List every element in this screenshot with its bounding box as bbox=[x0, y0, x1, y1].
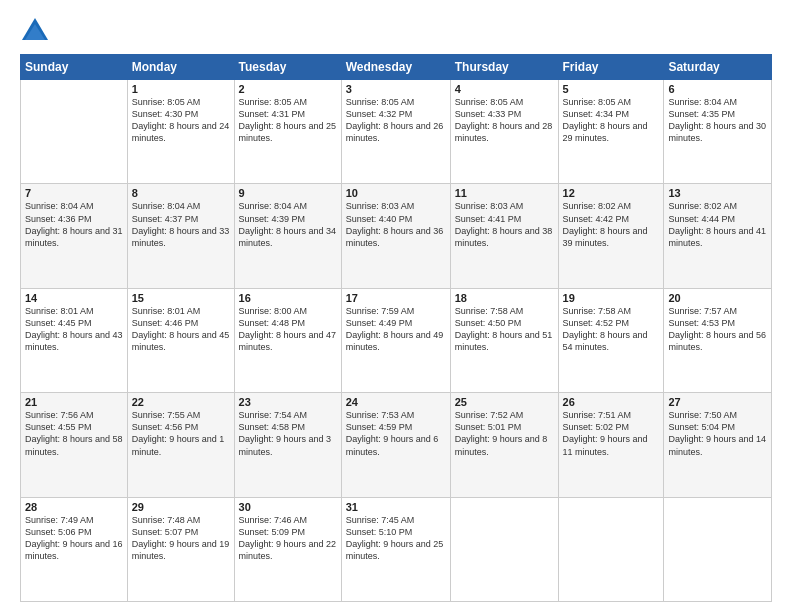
day-cell: 20Sunrise: 7:57 AM Sunset: 4:53 PM Dayli… bbox=[664, 288, 772, 392]
col-header-saturday: Saturday bbox=[664, 55, 772, 80]
week-row-4: 21Sunrise: 7:56 AM Sunset: 4:55 PM Dayli… bbox=[21, 393, 772, 497]
week-row-2: 7Sunrise: 8:04 AM Sunset: 4:36 PM Daylig… bbox=[21, 184, 772, 288]
day-number: 13 bbox=[668, 187, 767, 199]
day-cell: 15Sunrise: 8:01 AM Sunset: 4:46 PM Dayli… bbox=[127, 288, 234, 392]
day-number: 12 bbox=[563, 187, 660, 199]
day-info: Sunrise: 8:02 AM Sunset: 4:44 PM Dayligh… bbox=[668, 200, 767, 249]
day-info: Sunrise: 7:53 AM Sunset: 4:59 PM Dayligh… bbox=[346, 409, 446, 458]
day-number: 17 bbox=[346, 292, 446, 304]
day-cell: 8Sunrise: 8:04 AM Sunset: 4:37 PM Daylig… bbox=[127, 184, 234, 288]
day-number: 16 bbox=[239, 292, 337, 304]
day-cell: 18Sunrise: 7:58 AM Sunset: 4:50 PM Dayli… bbox=[450, 288, 558, 392]
day-cell: 31Sunrise: 7:45 AM Sunset: 5:10 PM Dayli… bbox=[341, 497, 450, 601]
day-info: Sunrise: 7:52 AM Sunset: 5:01 PM Dayligh… bbox=[455, 409, 554, 458]
day-number: 30 bbox=[239, 501, 337, 513]
day-info: Sunrise: 7:59 AM Sunset: 4:49 PM Dayligh… bbox=[346, 305, 446, 354]
col-header-thursday: Thursday bbox=[450, 55, 558, 80]
day-number: 11 bbox=[455, 187, 554, 199]
day-number: 1 bbox=[132, 83, 230, 95]
day-cell: 7Sunrise: 8:04 AM Sunset: 4:36 PM Daylig… bbox=[21, 184, 128, 288]
day-number: 6 bbox=[668, 83, 767, 95]
day-info: Sunrise: 8:05 AM Sunset: 4:31 PM Dayligh… bbox=[239, 96, 337, 145]
day-cell: 25Sunrise: 7:52 AM Sunset: 5:01 PM Dayli… bbox=[450, 393, 558, 497]
day-info: Sunrise: 7:48 AM Sunset: 5:07 PM Dayligh… bbox=[132, 514, 230, 563]
day-cell: 17Sunrise: 7:59 AM Sunset: 4:49 PM Dayli… bbox=[341, 288, 450, 392]
day-info: Sunrise: 7:46 AM Sunset: 5:09 PM Dayligh… bbox=[239, 514, 337, 563]
day-number: 4 bbox=[455, 83, 554, 95]
day-cell: 26Sunrise: 7:51 AM Sunset: 5:02 PM Dayli… bbox=[558, 393, 664, 497]
day-number: 2 bbox=[239, 83, 337, 95]
day-info: Sunrise: 7:58 AM Sunset: 4:52 PM Dayligh… bbox=[563, 305, 660, 354]
day-cell: 5Sunrise: 8:05 AM Sunset: 4:34 PM Daylig… bbox=[558, 80, 664, 184]
day-number: 10 bbox=[346, 187, 446, 199]
day-number: 8 bbox=[132, 187, 230, 199]
page: SundayMondayTuesdayWednesdayThursdayFrid… bbox=[0, 0, 792, 612]
col-header-sunday: Sunday bbox=[21, 55, 128, 80]
day-number: 7 bbox=[25, 187, 123, 199]
day-info: Sunrise: 7:54 AM Sunset: 4:58 PM Dayligh… bbox=[239, 409, 337, 458]
week-row-1: 1Sunrise: 8:05 AM Sunset: 4:30 PM Daylig… bbox=[21, 80, 772, 184]
day-info: Sunrise: 8:05 AM Sunset: 4:34 PM Dayligh… bbox=[563, 96, 660, 145]
day-number: 15 bbox=[132, 292, 230, 304]
day-info: Sunrise: 7:56 AM Sunset: 4:55 PM Dayligh… bbox=[25, 409, 123, 458]
day-info: Sunrise: 8:05 AM Sunset: 4:32 PM Dayligh… bbox=[346, 96, 446, 145]
day-number: 31 bbox=[346, 501, 446, 513]
day-info: Sunrise: 7:50 AM Sunset: 5:04 PM Dayligh… bbox=[668, 409, 767, 458]
col-header-monday: Monday bbox=[127, 55, 234, 80]
day-number: 27 bbox=[668, 396, 767, 408]
day-cell: 4Sunrise: 8:05 AM Sunset: 4:33 PM Daylig… bbox=[450, 80, 558, 184]
day-number: 3 bbox=[346, 83, 446, 95]
day-number: 22 bbox=[132, 396, 230, 408]
day-number: 18 bbox=[455, 292, 554, 304]
day-info: Sunrise: 8:04 AM Sunset: 4:35 PM Dayligh… bbox=[668, 96, 767, 145]
day-info: Sunrise: 8:01 AM Sunset: 4:46 PM Dayligh… bbox=[132, 305, 230, 354]
day-info: Sunrise: 8:01 AM Sunset: 4:45 PM Dayligh… bbox=[25, 305, 123, 354]
day-number: 14 bbox=[25, 292, 123, 304]
day-cell: 24Sunrise: 7:53 AM Sunset: 4:59 PM Dayli… bbox=[341, 393, 450, 497]
day-cell: 6Sunrise: 8:04 AM Sunset: 4:35 PM Daylig… bbox=[664, 80, 772, 184]
day-info: Sunrise: 7:45 AM Sunset: 5:10 PM Dayligh… bbox=[346, 514, 446, 563]
day-number: 26 bbox=[563, 396, 660, 408]
day-number: 23 bbox=[239, 396, 337, 408]
day-info: Sunrise: 8:04 AM Sunset: 4:39 PM Dayligh… bbox=[239, 200, 337, 249]
day-info: Sunrise: 8:04 AM Sunset: 4:37 PM Dayligh… bbox=[132, 200, 230, 249]
week-row-3: 14Sunrise: 8:01 AM Sunset: 4:45 PM Dayli… bbox=[21, 288, 772, 392]
day-info: Sunrise: 7:57 AM Sunset: 4:53 PM Dayligh… bbox=[668, 305, 767, 354]
day-number: 5 bbox=[563, 83, 660, 95]
day-info: Sunrise: 7:55 AM Sunset: 4:56 PM Dayligh… bbox=[132, 409, 230, 458]
day-info: Sunrise: 8:03 AM Sunset: 4:40 PM Dayligh… bbox=[346, 200, 446, 249]
day-cell: 9Sunrise: 8:04 AM Sunset: 4:39 PM Daylig… bbox=[234, 184, 341, 288]
day-number: 19 bbox=[563, 292, 660, 304]
day-cell: 2Sunrise: 8:05 AM Sunset: 4:31 PM Daylig… bbox=[234, 80, 341, 184]
day-cell: 23Sunrise: 7:54 AM Sunset: 4:58 PM Dayli… bbox=[234, 393, 341, 497]
day-info: Sunrise: 8:05 AM Sunset: 4:33 PM Dayligh… bbox=[455, 96, 554, 145]
day-info: Sunrise: 8:00 AM Sunset: 4:48 PM Dayligh… bbox=[239, 305, 337, 354]
col-header-tuesday: Tuesday bbox=[234, 55, 341, 80]
header bbox=[20, 16, 772, 44]
calendar: SundayMondayTuesdayWednesdayThursdayFrid… bbox=[20, 54, 772, 602]
day-cell bbox=[664, 497, 772, 601]
day-cell: 22Sunrise: 7:55 AM Sunset: 4:56 PM Dayli… bbox=[127, 393, 234, 497]
week-row-5: 28Sunrise: 7:49 AM Sunset: 5:06 PM Dayli… bbox=[21, 497, 772, 601]
day-info: Sunrise: 8:05 AM Sunset: 4:30 PM Dayligh… bbox=[132, 96, 230, 145]
day-cell: 19Sunrise: 7:58 AM Sunset: 4:52 PM Dayli… bbox=[558, 288, 664, 392]
day-cell: 14Sunrise: 8:01 AM Sunset: 4:45 PM Dayli… bbox=[21, 288, 128, 392]
day-cell: 16Sunrise: 8:00 AM Sunset: 4:48 PM Dayli… bbox=[234, 288, 341, 392]
day-number: 24 bbox=[346, 396, 446, 408]
day-info: Sunrise: 7:51 AM Sunset: 5:02 PM Dayligh… bbox=[563, 409, 660, 458]
day-info: Sunrise: 8:02 AM Sunset: 4:42 PM Dayligh… bbox=[563, 200, 660, 249]
col-header-friday: Friday bbox=[558, 55, 664, 80]
day-cell: 10Sunrise: 8:03 AM Sunset: 4:40 PM Dayli… bbox=[341, 184, 450, 288]
day-info: Sunrise: 8:03 AM Sunset: 4:41 PM Dayligh… bbox=[455, 200, 554, 249]
day-cell: 27Sunrise: 7:50 AM Sunset: 5:04 PM Dayli… bbox=[664, 393, 772, 497]
day-cell: 1Sunrise: 8:05 AM Sunset: 4:30 PM Daylig… bbox=[127, 80, 234, 184]
day-number: 29 bbox=[132, 501, 230, 513]
day-cell: 21Sunrise: 7:56 AM Sunset: 4:55 PM Dayli… bbox=[21, 393, 128, 497]
day-cell bbox=[21, 80, 128, 184]
logo bbox=[20, 16, 54, 44]
day-info: Sunrise: 7:49 AM Sunset: 5:06 PM Dayligh… bbox=[25, 514, 123, 563]
day-number: 28 bbox=[25, 501, 123, 513]
col-header-wednesday: Wednesday bbox=[341, 55, 450, 80]
logo-icon bbox=[20, 16, 50, 44]
day-cell: 28Sunrise: 7:49 AM Sunset: 5:06 PM Dayli… bbox=[21, 497, 128, 601]
